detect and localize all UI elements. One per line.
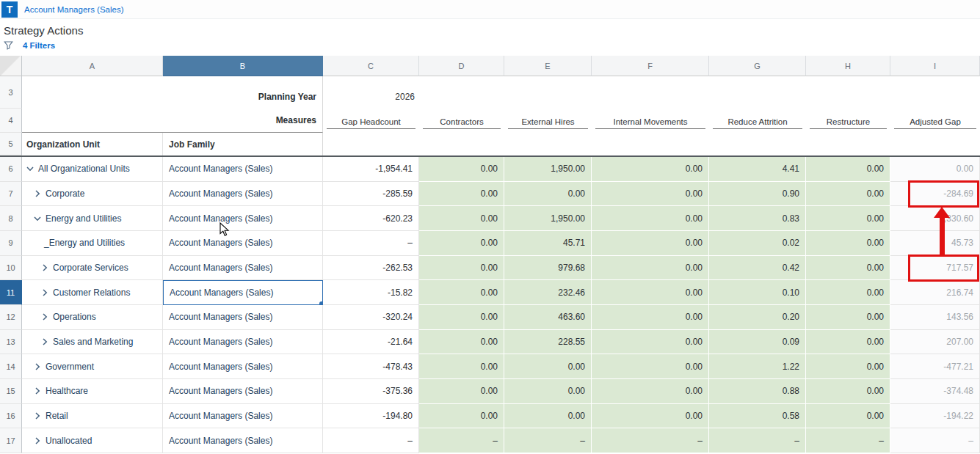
cell-restructure[interactable]: 0.00 [806,305,890,330]
corner-cell[interactable] [0,56,22,76]
job-family-cell[interactable]: Account Managers (Sales) [163,379,323,404]
cell-gap-headcount[interactable]: -375.36 [323,379,419,404]
filter-icon[interactable] [4,40,13,50]
cell-external-hires[interactable]: 45.71 [504,231,592,256]
job-family-column-header[interactable]: Job Family [163,133,323,155]
cell-restructure[interactable]: 0.00 [806,231,890,256]
cell-contractors[interactable]: 0.00 [419,305,504,330]
column-header-e[interactable]: E [504,56,592,76]
cell-internal-movements[interactable]: 0.00 [592,330,709,355]
empty-cell[interactable] [22,76,163,109]
cell-contractors[interactable]: 0.00 [419,231,504,256]
job-family-cell[interactable]: Account Managers (Sales) [163,182,323,207]
cell-internal-movements[interactable]: 0.00 [592,182,709,207]
org-unit-cell[interactable]: Energy and Utilities [22,206,163,231]
org-unit-cell[interactable]: All Organizational Units [22,157,163,182]
cell-reduce-attrition[interactable]: 0.83 [709,206,806,231]
measure-header-reduce-attrition[interactable]: Reduce Attrition [709,109,806,133]
row-number[interactable]: 15 [0,379,22,404]
cell-internal-movements[interactable]: 0.00 [592,354,709,379]
cell-internal-movements[interactable]: 0.00 [592,404,709,429]
cell-restructure[interactable]: 0.00 [806,182,890,207]
row-number[interactable]: 8 [0,206,22,231]
job-family-cell[interactable]: Account Managers (Sales) [163,428,323,453]
cell-adjusted-gap[interactable]: – [890,428,980,453]
cell-internal-movements[interactable]: 0.00 [592,256,709,281]
row-number[interactable]: 4 [0,109,22,133]
cell-restructure[interactable]: 0.00 [806,157,890,182]
job-family-cell[interactable]: Account Managers (Sales) [163,354,323,379]
org-unit-cell[interactable]: Operations [22,305,163,330]
cell-reduce-attrition[interactable]: 0.58 [709,404,806,429]
cell-contractors[interactable]: 0.00 [419,206,504,231]
cell-internal-movements[interactable]: 0.00 [592,379,709,404]
cell-restructure[interactable]: 0.00 [806,404,890,429]
cell-adjusted-gap[interactable]: -194.22 [890,404,980,429]
cell-internal-movements[interactable]: – [592,428,709,453]
cell-gap-headcount[interactable]: – [323,231,419,256]
measure-header-external-hires[interactable]: External Hires [504,109,592,133]
job-family-cell[interactable]: Account Managers (Sales) [163,305,323,330]
cell-gap-headcount[interactable]: -15.82 [323,280,419,305]
row-number[interactable]: 14 [0,354,22,379]
filters-link[interactable]: 4 Filters [23,41,55,50]
org-unit-cell[interactable]: Corporate [22,182,163,207]
column-header-b[interactable]: B [163,56,323,76]
cell-reduce-attrition[interactable]: 0.42 [709,256,806,281]
chevron-right-icon[interactable] [41,338,53,345]
cell-adjusted-gap[interactable]: 216.74 [890,280,980,305]
job-family-cell[interactable]: Account Managers (Sales) [163,231,323,256]
chevron-down-icon[interactable] [34,215,46,222]
cell-gap-headcount[interactable]: -21.64 [323,330,419,355]
org-unit-cell[interactable]: Corporate Services [22,256,163,281]
cell-reduce-attrition[interactable]: – [709,428,806,453]
chevron-right-icon[interactable] [34,387,46,395]
cell-internal-movements[interactable]: 0.00 [592,280,709,305]
cell-gap-headcount[interactable]: -478.43 [323,354,419,379]
chevron-right-icon[interactable] [34,437,46,444]
cell-gap-headcount[interactable]: -320.24 [323,305,419,330]
row-number[interactable]: 17 [0,428,22,453]
measure-header-restructure[interactable]: Restructure [806,109,890,133]
cell-adjusted-gap[interactable]: 143.56 [890,305,980,330]
cell-adjusted-gap[interactable]: 45.73 [890,231,980,256]
column-header-h[interactable]: H [806,56,890,76]
cell-contractors[interactable]: 0.00 [419,354,504,379]
org-unit-cell[interactable]: _Energy and Utilities [22,231,163,256]
org-unit-cell[interactable]: Unallocated [22,428,163,453]
cell-contractors[interactable]: 0.00 [419,404,504,429]
cell-external-hires[interactable]: 0.00 [504,404,592,429]
planning-year-value[interactable]: 2026 [323,76,419,109]
cell-restructure[interactable]: 0.00 [806,280,890,305]
cell-external-hires[interactable]: 0.00 [504,379,592,404]
cell-external-hires[interactable]: 463.60 [504,305,592,330]
measures-label[interactable]: Measures [163,109,323,133]
column-header-c[interactable]: C [323,56,419,76]
column-header-g[interactable]: G [709,56,806,76]
cell-restructure[interactable]: – [806,428,890,453]
cell-external-hires[interactable]: 979.68 [504,256,592,281]
cell-restructure[interactable]: 0.00 [806,206,890,231]
row-number[interactable]: 13 [0,330,22,355]
column-header-a[interactable]: A [22,56,163,76]
cell-adjusted-gap[interactable]: 207.00 [890,330,980,355]
cell-adjusted-gap[interactable]: 1,330.60 [890,206,980,231]
cell-reduce-attrition[interactable]: 0.90 [709,182,806,207]
cell-external-hires[interactable]: 1,950.00 [504,157,592,182]
job-family-cell[interactable]: Account Managers (Sales) [163,280,323,305]
empty-cell[interactable] [22,109,163,133]
row-number[interactable]: 5 [0,133,22,155]
cell-adjusted-gap[interactable]: -477.21 [890,354,980,379]
row-number[interactable]: 7 [0,182,22,207]
cell-gap-headcount[interactable]: -194.80 [323,404,419,429]
org-unit-cell[interactable]: Healthcare [22,379,163,404]
cell-adjusted-gap[interactable]: -284.69 [890,182,980,207]
cell-contractors[interactable]: 0.00 [419,157,504,182]
cell-external-hires[interactable]: 1,950.00 [504,206,592,231]
row-number[interactable]: 11 [0,280,22,305]
cell-gap-headcount[interactable]: -620.23 [323,206,419,231]
row-number[interactable]: 3 [0,76,22,109]
measure-header-gap-headcount[interactable]: Gap Headcount [323,109,419,133]
cell-reduce-attrition[interactable]: 0.88 [709,379,806,404]
row-number[interactable]: 9 [0,231,22,256]
